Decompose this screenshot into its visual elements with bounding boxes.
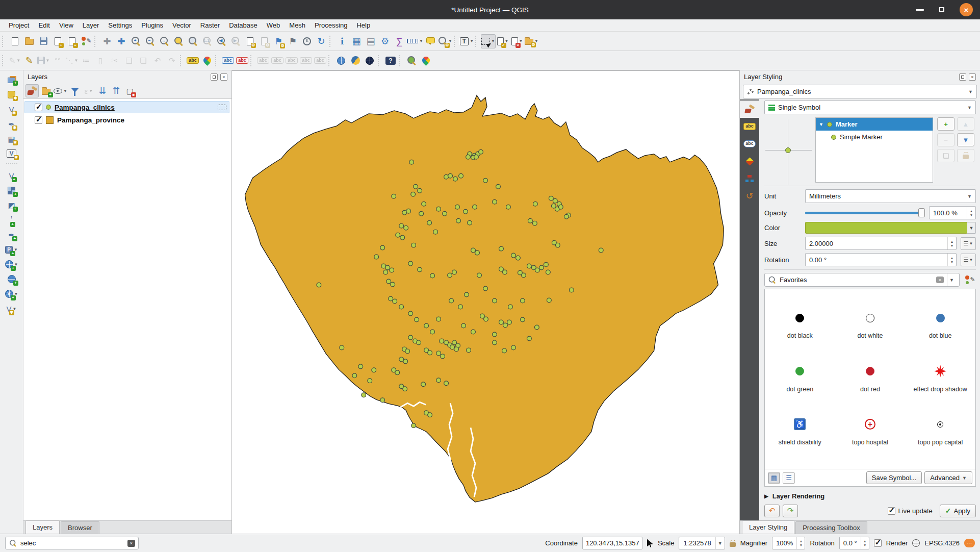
add-virtual-layer-2-button[interactable]: V✱▼	[5, 302, 19, 316]
open-layer-styling-dock-button[interactable]	[25, 84, 39, 97]
symbol-topo-pop-capital[interactable]: topo pop capital	[910, 418, 970, 447]
pan-map-button[interactable]: ✚	[100, 34, 114, 48]
move-label-button[interactable]: abc	[285, 54, 299, 68]
labels-tab-button[interactable]: abc	[743, 123, 756, 130]
close-button[interactable]: ×	[960, 3, 973, 16]
map-rotation-spinbox[interactable]: 0.0 ° ▲▼	[839, 537, 869, 549]
chevron-down-icon[interactable]: ▼	[715, 537, 725, 549]
move-symbol-up-button[interactable]: ▲	[957, 117, 974, 131]
open-project-button[interactable]	[22, 34, 36, 48]
list-view-button[interactable]: ☰	[783, 472, 795, 484]
open-attribute-table-button[interactable]: ▦	[349, 34, 364, 48]
diagrams-tab-button[interactable]	[745, 175, 754, 182]
zoom-last-button[interactable]: ◀	[214, 34, 228, 48]
menu-raster[interactable]: Raster	[196, 20, 224, 30]
zoom-full-button[interactable]: ↔	[157, 34, 171, 48]
menu-project[interactable]: Project	[4, 20, 34, 30]
masks-tab[interactable]: abc	[740, 135, 759, 153]
rotation-spinbox[interactable]: 0.00 ° ▲▼	[805, 253, 957, 266]
opacity-spinbox[interactable]: 100.0 % ▲▼	[929, 206, 976, 219]
clear-search-icon[interactable]: ×	[127, 540, 135, 547]
apply-button[interactable]: ✓Apply	[940, 505, 976, 517]
extents-toggle-icon[interactable]	[647, 539, 653, 547]
history-tab-button[interactable]: ↺	[745, 191, 753, 200]
coordinate-input[interactable]	[582, 537, 642, 549]
lock-symbol-color-button[interactable]	[957, 149, 974, 162]
save-symbol-button[interactable]: Save Symbol...	[866, 471, 922, 484]
temporal-controller-button[interactable]	[300, 34, 314, 48]
new-print-layout-button[interactable]: +	[50, 34, 65, 48]
redo-style-button[interactable]: ↷	[783, 505, 798, 517]
layer-item-Pampanga_clinics[interactable]: Pampanga_clinics	[24, 101, 229, 113]
minimize-button[interactable]	[916, 9, 924, 11]
symbol-dot-blue[interactable]: dot blue	[910, 311, 970, 340]
symbol-dot-green[interactable]: dot green	[770, 365, 830, 394]
show-layout-manager-button[interactable]: ≡	[65, 34, 79, 48]
layer-rendering-section[interactable]: ▶ Layer Rendering	[764, 489, 976, 503]
crs-globe-icon[interactable]	[912, 539, 920, 547]
style-manager-button[interactable]	[79, 34, 93, 48]
symbol-shield-disability[interactable]: ♿shield disability	[770, 418, 830, 447]
change-label-button[interactable]: abc	[313, 54, 327, 68]
live-update-checkbox[interactable]	[888, 507, 895, 515]
zoom-to-selection-button[interactable]	[171, 34, 186, 48]
show-hide-labels-button[interactable]: abc	[270, 54, 285, 68]
filter-by-expression-button[interactable]: ε▼	[82, 84, 95, 97]
clear-search-icon[interactable]: ×	[936, 277, 944, 283]
zoom-out-button[interactable]: −	[143, 34, 157, 48]
pan-to-selection-button[interactable]: ✚	[114, 34, 128, 48]
paste-features-button[interactable]: ❏	[136, 54, 150, 68]
move-symbol-down-button[interactable]: ▼	[957, 133, 974, 146]
symbol-topo-hospital[interactable]: +topo hospital	[840, 418, 900, 447]
menu-vector[interactable]: Vector	[168, 20, 196, 30]
save-project-button[interactable]	[36, 34, 50, 48]
menu-database[interactable]: Database	[224, 20, 262, 30]
size-data-defined-button[interactable]: ☰▼	[961, 237, 976, 250]
symbol-tree-simple-marker-row[interactable]: Simple Marker	[816, 131, 933, 143]
zoom-in-button[interactable]: +	[128, 34, 143, 48]
new-spatialite-layer-button[interactable]: ✒✱	[5, 117, 19, 131]
magnifier-spinbox[interactable]: 100% ▲▼	[772, 537, 805, 549]
select-features-button[interactable]: ▼	[481, 34, 496, 48]
symbology-tab-button[interactable]	[745, 105, 755, 113]
add-record-button[interactable]: °°	[50, 54, 65, 68]
new-spatial-bookmark-button[interactable]: ⚑⚙	[271, 34, 286, 48]
messages-icon[interactable]: ⋯	[964, 539, 975, 547]
save-layer-edits-button[interactable]: ▼	[36, 54, 50, 68]
filter-legend-button[interactable]	[68, 84, 82, 97]
slider-handle[interactable]	[918, 208, 925, 217]
layer-visibility-checkbox[interactable]	[35, 116, 42, 124]
expand-all-button[interactable]: ⇊	[96, 84, 109, 97]
zoom-next-button[interactable]: ▶	[228, 34, 243, 48]
delete-selected-button[interactable]: ▯	[93, 54, 108, 68]
icon-view-button[interactable]: ▦	[768, 472, 780, 484]
spinner-arrows-icon[interactable]: ▲▼	[796, 537, 805, 549]
locator-search-box[interactable]: ×	[5, 537, 139, 549]
advanced-button[interactable]: Advanced▼	[924, 471, 972, 484]
add-raster-layer-button[interactable]: +	[5, 183, 19, 197]
redo-button[interactable]: ↷	[165, 54, 179, 68]
add-spatialite-layer-button[interactable]: ✒+	[5, 228, 19, 242]
metasearch-button[interactable]	[334, 54, 348, 68]
add-symbol-layer-button[interactable]: +	[937, 117, 955, 131]
history-tab[interactable]: ↺	[740, 187, 759, 205]
zoom-to-layer-button[interactable]	[186, 34, 200, 48]
help-contents-button[interactable]: ?	[383, 54, 398, 68]
highlight-pinned-labels-button[interactable]: abc	[221, 54, 235, 68]
locator-search-input[interactable]	[20, 539, 124, 547]
styling-layer-select[interactable]: Pampanga_clinics ▼	[743, 85, 977, 98]
text-annotation-button[interactable]: T▼	[459, 34, 474, 48]
menu-web[interactable]: Web	[262, 20, 285, 30]
spinner-arrows-icon[interactable]: ▲▼	[967, 207, 975, 219]
symbol-dot-white[interactable]: dot white	[840, 311, 900, 340]
chevron-down-icon[interactable]: ▼	[947, 273, 956, 286]
spinner-arrows-icon[interactable]: ▲▼	[947, 254, 956, 266]
rotation-data-defined-button[interactable]: ☰▼	[961, 254, 976, 266]
undo-button[interactable]: ↶	[150, 54, 165, 68]
cut-features-button[interactable]: ✂	[108, 54, 122, 68]
spinner-arrows-icon[interactable]: ▲▼	[861, 537, 869, 549]
osm-place-search-button[interactable]	[404, 54, 419, 68]
layer-item-Pampanga_province[interactable]: Pampanga_province	[24, 114, 229, 126]
deselect-features-button[interactable]: ×▼	[510, 34, 524, 48]
color-dropdown-button[interactable]: ▼	[967, 222, 976, 234]
